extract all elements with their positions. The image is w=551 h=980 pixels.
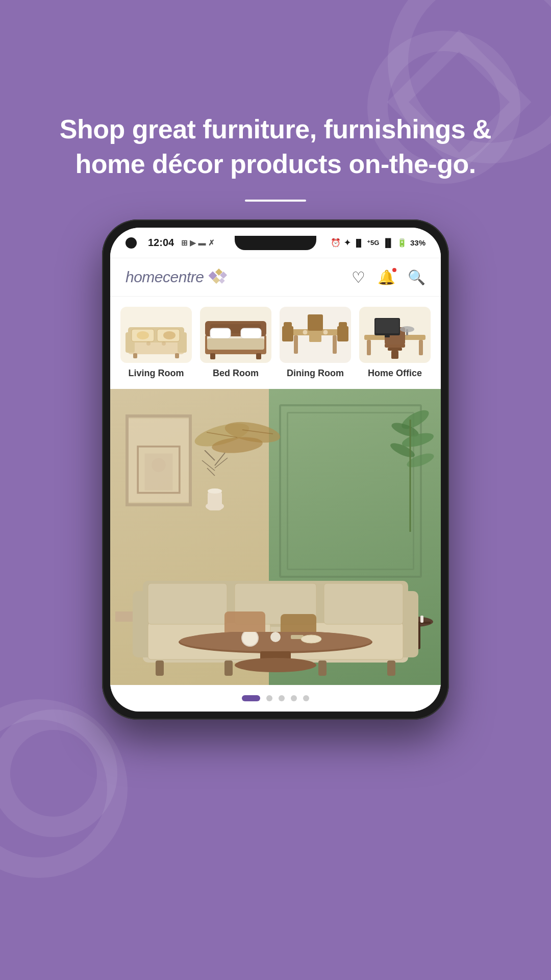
svg-point-60 bbox=[208, 488, 222, 494]
svg-rect-22 bbox=[241, 328, 261, 338]
svg-rect-29 bbox=[282, 326, 293, 341]
notifications-icon[interactable]: 🔔 bbox=[378, 269, 395, 286]
app-icons: ⊞ ▶ ▬ ✗ bbox=[181, 238, 215, 248]
bluetooth-icon: ✦ bbox=[344, 238, 350, 248]
bed-room-image bbox=[200, 307, 271, 363]
status-time: 12:04 bbox=[148, 237, 174, 249]
svg-rect-14 bbox=[175, 353, 179, 358]
hero-section: Shop great furniture, furnishings & home… bbox=[0, 112, 551, 202]
plant-decor bbox=[385, 389, 436, 534]
dot-2[interactable] bbox=[266, 695, 272, 701]
svg-rect-24 bbox=[210, 353, 215, 359]
dining-room-image bbox=[280, 307, 351, 363]
svg-point-100 bbox=[235, 658, 316, 672]
svg-rect-30 bbox=[284, 322, 292, 328]
bed-illustration bbox=[200, 307, 271, 363]
category-living-room[interactable]: Living Room bbox=[120, 307, 192, 379]
wifi-signal: ▐▌ bbox=[382, 238, 394, 248]
notch bbox=[235, 236, 316, 250]
categories-grid: Living Room bbox=[120, 307, 431, 379]
home-office-image bbox=[359, 307, 431, 363]
dot-5[interactable] bbox=[303, 695, 309, 701]
phone-mockup: 12:04 ⊞ ▶ ▬ ✗ ⏰ ✦ ▐▌ ⁺5G ▐▌ 🔋 33% bbox=[102, 219, 449, 720]
header-icons: ♡ 🔔 🔍 bbox=[352, 268, 425, 286]
hero-title: Shop great furniture, furnishings & home… bbox=[31, 112, 520, 181]
svg-point-101 bbox=[242, 632, 258, 646]
svg-rect-85 bbox=[324, 583, 403, 624]
svg-rect-42 bbox=[391, 351, 398, 359]
svg-rect-13 bbox=[133, 353, 137, 358]
coffee-table bbox=[173, 632, 378, 675]
5g-label: ⁺5G bbox=[367, 239, 379, 247]
logo-icon bbox=[209, 267, 228, 287]
wishlist-icon[interactable]: ♡ bbox=[352, 268, 365, 286]
battery-icon: 🔋 bbox=[397, 238, 407, 248]
hero-divider bbox=[245, 200, 306, 202]
phone-screen: 12:04 ⊞ ▶ ▬ ✗ ⏰ ✦ ▐▌ ⁺5G ▐▌ 🔋 33% bbox=[110, 228, 441, 712]
svg-point-16 bbox=[162, 341, 166, 346]
categories-section: Living Room bbox=[110, 297, 441, 389]
svg-rect-46 bbox=[385, 335, 390, 337]
svg-rect-23 bbox=[207, 338, 264, 350]
pagination-dots bbox=[110, 685, 441, 712]
logo: homecentre bbox=[126, 267, 228, 287]
battery-percent: 33% bbox=[410, 238, 425, 247]
svg-rect-32 bbox=[339, 322, 347, 328]
wall-art-frame bbox=[126, 414, 192, 506]
sofa-illustration bbox=[120, 307, 192, 363]
svg-rect-4 bbox=[219, 278, 225, 283]
signal-bars: ▐▌ bbox=[354, 239, 364, 247]
living-room-label: Living Room bbox=[129, 368, 184, 378]
notification-badge bbox=[391, 267, 397, 273]
svg-rect-28 bbox=[333, 335, 337, 354]
living-room-image bbox=[120, 307, 192, 363]
svg-point-104 bbox=[301, 635, 321, 643]
dining-illustration bbox=[280, 307, 351, 363]
leaf-decoration bbox=[191, 404, 293, 468]
category-home-office[interactable]: Home Office bbox=[359, 307, 431, 379]
svg-rect-83 bbox=[148, 583, 227, 624]
svg-rect-41 bbox=[388, 348, 402, 351]
svg-rect-59 bbox=[208, 491, 222, 510]
svg-point-102 bbox=[270, 632, 281, 642]
phone-outer-shell: 12:04 ⊞ ▶ ▬ ✗ ⏰ ✦ ▐▌ ⁺5G ▐▌ 🔋 33% bbox=[102, 219, 449, 720]
wall-art bbox=[129, 418, 189, 503]
status-bar-content: 12:04 ⊞ ▶ ▬ ✗ ⏰ ✦ ▐▌ ⁺5G ▐▌ 🔋 33% bbox=[126, 237, 425, 249]
svg-point-15 bbox=[146, 341, 151, 346]
svg-point-52 bbox=[152, 458, 165, 472]
alarm-icon: ⏰ bbox=[331, 238, 341, 248]
svg-rect-45 bbox=[375, 319, 399, 333]
svg-rect-25 bbox=[256, 353, 261, 359]
dining-room-label: Dining Room bbox=[287, 368, 344, 378]
svg-rect-27 bbox=[294, 335, 298, 354]
camera-icon bbox=[126, 237, 137, 249]
svg-rect-91 bbox=[387, 660, 395, 676]
office-illustration bbox=[359, 307, 431, 363]
home-office-label: Home Office bbox=[368, 368, 422, 378]
coffee-table-svg bbox=[173, 632, 378, 673]
status-right-icons: ⏰ ✦ ▐▌ ⁺5G ▐▌ 🔋 33% bbox=[331, 238, 425, 248]
app-header: homecentre ♡ 🔔 � bbox=[110, 258, 441, 297]
svg-point-48 bbox=[400, 326, 414, 332]
svg-point-35 bbox=[303, 330, 308, 335]
svg-point-12 bbox=[163, 331, 176, 339]
svg-point-36 bbox=[323, 330, 328, 335]
dot-3[interactable] bbox=[279, 695, 285, 701]
svg-rect-39 bbox=[419, 340, 423, 355]
banner-section bbox=[110, 389, 441, 685]
category-dining-room[interactable]: Dining Room bbox=[280, 307, 351, 379]
search-icon[interactable]: 🔍 bbox=[408, 269, 425, 286]
plant-svg bbox=[385, 389, 436, 532]
svg-rect-21 bbox=[210, 328, 231, 338]
category-bed-room[interactable]: Bed Room bbox=[200, 307, 271, 379]
svg-point-11 bbox=[137, 331, 149, 339]
svg-rect-31 bbox=[337, 326, 348, 341]
dot-4[interactable] bbox=[291, 695, 297, 701]
leaf-svg bbox=[191, 404, 293, 465]
logo-text: homecentre bbox=[126, 268, 204, 286]
bed-room-label: Bed Room bbox=[213, 368, 259, 378]
svg-rect-34 bbox=[309, 331, 321, 342]
svg-rect-88 bbox=[156, 660, 164, 676]
svg-rect-38 bbox=[367, 340, 371, 355]
dot-1[interactable] bbox=[242, 695, 260, 701]
